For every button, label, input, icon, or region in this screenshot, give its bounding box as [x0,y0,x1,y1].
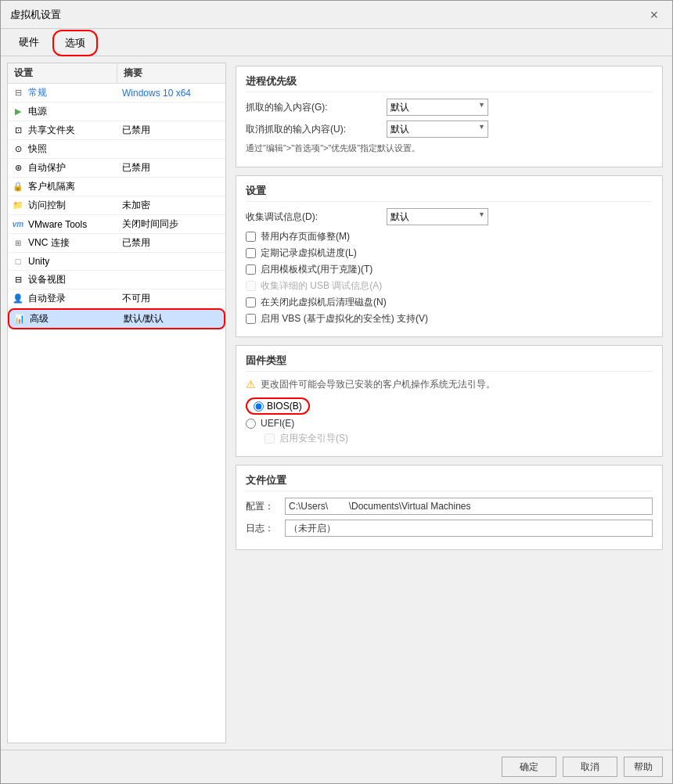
firmware-section: 固件类型 ⚠ 更改固件可能会导致已安装的客户机操作系统无法引导。 BIOS(B)… [236,345,663,457]
nav-item-snap[interactable]: ⊙ 快照 [8,140,225,159]
nav-label-device: 设备视图 [28,273,122,286]
nav-label-power: 电源 [28,105,122,118]
collect-debug-row: 收集调试信息(D): 默认 [246,208,653,225]
right-panel: 进程优先级 抓取的输入内容(G): 默认 取消抓取的输入内容(U): 默认 [232,63,666,743]
capture-input-select[interactable]: 默认 [387,99,488,116]
checkbox-row-usb: 收集详细的 USB 调试信息(A) [246,279,653,293]
nav-label-snap: 快照 [28,142,122,156]
config-file-label: 配置： [246,500,285,513]
radio-uefi[interactable] [246,419,256,429]
nav-item-access[interactable]: 📁 访问控制 未加密 [8,196,225,215]
checkbox-template[interactable] [246,264,256,275]
checkbox-clean-label: 在关闭此虚拟机后清理磁盘(N) [261,296,387,309]
checkbox-memory-label: 替用内存页面修整(M) [261,230,350,243]
checkbox-memory[interactable] [246,232,256,242]
tab-hardware[interactable]: 硬件 [7,30,51,56]
nav-item-share[interactable]: ⊡ 共享文件夹 已禁用 [8,121,225,140]
secure-boot-row: 启用安全引导(S) [265,432,653,445]
nav-label-isolation: 客户机隔离 [28,180,122,193]
nav-summary-autoprotect: 已禁用 [122,161,222,174]
uncapture-input-select-wrapper: 默认 [387,120,488,138]
close-button[interactable]: ✕ [646,6,663,23]
priority-hint: 通过"编辑">"首选项">"优先级"指定默认设置。 [246,142,653,154]
collect-debug-select[interactable]: 默认 [387,208,488,225]
uefi-radio-row: UEFI(E) [246,418,653,429]
unity-icon: □ [11,255,25,268]
collect-debug-label: 收集调试信息(D): [246,210,387,224]
autologin-icon: 👤 [11,293,25,305]
nav-item-device[interactable]: ⊟ 设备视图 [8,271,225,290]
vmtools-icon: vm [11,218,25,231]
device-icon: ⊟ [11,274,25,286]
settings-section: 设置 收集调试信息(D): 默认 替用内存页面修整(M) 定期记录虚拟机进度(L… [236,175,663,337]
nav-summary-advanced: 默认/默认 [124,312,221,325]
isolation-icon: 🔒 [11,181,25,193]
priority-section: 进程优先级 抓取的输入内容(G): 默认 取消抓取的输入内容(U): 默认 [236,66,663,167]
nav-summary-general: Windows 10 x64 [122,88,222,99]
checkbox-vbs-label: 启用 VBS (基于虚拟化的安全性) 支持(V) [261,312,428,325]
checkbox-usb [246,281,256,291]
file-location-section: 文件位置 配置： 日志： [236,465,663,550]
checkbox-usb-label: 收集详细的 USB 调试信息(A) [261,279,382,293]
nav-label-unity: Unity [28,256,122,267]
nav-item-unity[interactable]: □ Unity [8,253,225,271]
bios-radio-row: BIOS(B) [246,397,310,415]
radio-bios-label: BIOS(B) [267,401,302,412]
uncapture-input-row: 取消抓取的输入内容(U): 默认 [246,120,653,138]
cancel-button[interactable]: 取消 [563,757,617,777]
collect-debug-select-wrapper: 默认 [387,208,488,225]
capture-input-select-wrapper: 默认 [387,99,488,116]
nav-summary-share: 已禁用 [122,124,222,137]
nav-summary-vmtools: 关闭时间同步 [122,218,222,231]
log-file-label: 日志： [246,522,285,535]
snap-icon: ⊙ [11,143,25,156]
firmware-warning-text: 更改固件可能会导致已安装的客户机操作系统无法引导。 [261,378,495,391]
capture-input-label: 抓取的输入内容(G): [246,101,387,114]
nav-header-settings: 设置 [8,63,117,83]
nav-item-power[interactable]: ▶ 电源 [8,102,225,121]
nav-label-access: 访问控制 [28,199,122,212]
radio-bios[interactable] [254,401,264,412]
nav-item-autologin[interactable]: 👤 自动登录 不可用 [8,290,225,308]
nav-header: 设置 摘要 [8,63,225,84]
firmware-title: 固件类型 [246,354,653,372]
vnc-icon: ⊞ [11,237,25,250]
help-button[interactable]: 帮助 [624,757,663,777]
nav-label-advanced: 高级 [30,312,124,325]
checkbox-row-template: 启用模板模式(用于克隆)(T) [246,263,653,276]
checkbox-row-clean: 在关闭此虚拟机后清理磁盘(N) [246,296,653,309]
tab-bar: 硬件 选项 [1,29,672,56]
nav-label-autologin: 自动登录 [28,292,122,305]
bottom-bar: 确定 取消 帮助 [1,750,672,783]
nav-label-vmtools: VMware Tools [28,219,122,230]
checkbox-clean[interactable] [246,297,256,307]
nav-header-summary: 摘要 [117,63,149,83]
firmware-warning: ⚠ 更改固件可能会导致已安装的客户机操作系统无法引导。 [246,378,653,391]
confirm-button[interactable]: 确定 [502,757,556,777]
checkbox-template-label: 启用模板模式(用于克隆)(T) [261,263,372,276]
uncapture-input-select[interactable]: 默认 [387,120,488,138]
nav-summary-access: 未加密 [122,199,222,212]
radio-uefi-label: UEFI(E) [261,418,294,429]
file-location-title: 文件位置 [246,473,653,491]
checkbox-row-vbs: 启用 VBS (基于虚拟化的安全性) 支持(V) [246,312,653,325]
checkbox-log-label: 定期记录虚拟机进度(L) [261,246,357,260]
nav-item-autoprotect[interactable]: ⊛ 自动保护 已禁用 [8,159,225,178]
nav-item-isolation[interactable]: 🔒 客户机隔离 [8,178,225,196]
nav-item-general[interactable]: ⊟ 常规 Windows 10 x64 [8,84,225,102]
checkbox-log[interactable] [246,248,256,258]
checkbox-vbs[interactable] [246,314,256,324]
general-icon: ⊟ [11,87,25,99]
nav-item-vmtools[interactable]: vm VMware Tools 关闭时间同步 [8,215,225,234]
config-file-input[interactable] [285,498,653,515]
tab-options[interactable]: 选项 [52,30,98,56]
checkbox-row-memory: 替用内存页面修整(M) [246,230,653,243]
advanced-icon: 📊 [13,313,27,325]
log-file-input[interactable] [285,520,653,537]
nav-item-vnc[interactable]: ⊞ VNC 连接 已禁用 [8,234,225,253]
nav-label-share: 共享文件夹 [28,124,122,137]
secure-boot-label: 启用安全引导(S) [279,432,348,445]
autoprotect-icon: ⊛ [11,162,25,174]
nav-item-advanced[interactable]: 📊 高级 默认/默认 [8,308,225,329]
nav-label-general: 常规 [28,86,122,99]
